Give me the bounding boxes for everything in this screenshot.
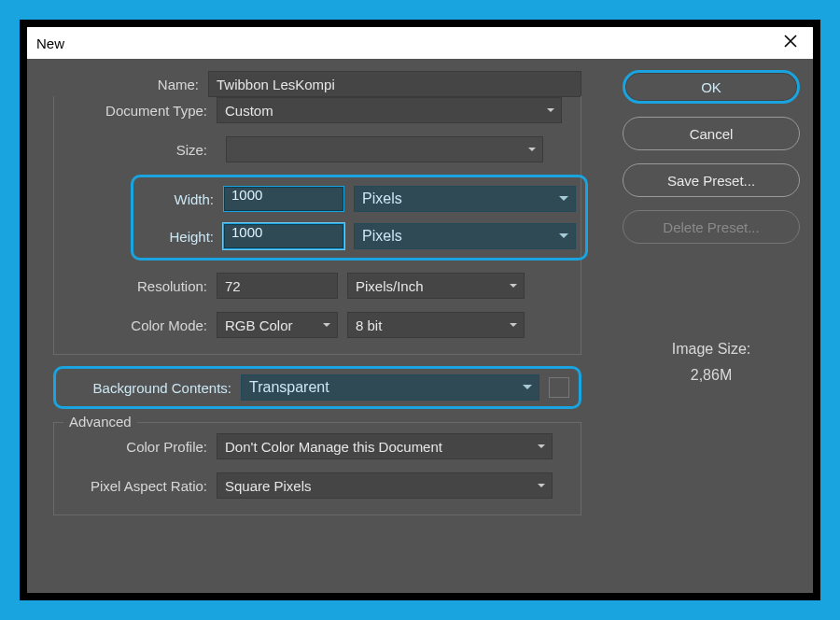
color-depth-select[interactable]: 8 bit: [347, 312, 525, 338]
new-document-dialog: New Name: Twibbon LesKompi Document Type…: [27, 27, 813, 593]
row-size: Size:: [63, 135, 571, 163]
titlebar: New: [27, 27, 813, 59]
color-profile-label: Color Profile:: [63, 439, 217, 455]
image-size-label: Image Size:: [623, 341, 800, 358]
background-contents-value: Transparent: [249, 379, 329, 396]
color-profile-select[interactable]: Don't Color Manage this Document: [217, 433, 553, 459]
pixel-aspect-ratio-select[interactable]: Square Pixels: [217, 472, 553, 499]
close-icon: [783, 34, 798, 49]
row-height: Height: 1000 Pixels: [143, 222, 576, 250]
resolution-unit-select[interactable]: Pixels/Inch: [347, 273, 525, 299]
color-mode-select[interactable]: RGB Color: [217, 312, 338, 338]
ok-button[interactable]: OK: [623, 70, 800, 104]
dialog-body: Name: Twibbon LesKompi Document Type: Cu…: [27, 59, 813, 593]
background-color-swatch[interactable]: [549, 377, 569, 398]
row-width: Width: 1000 Pixels: [143, 185, 576, 213]
dimensions-highlight: Width: 1000 Pixels Height: 1000 Pixels: [131, 175, 588, 261]
color-profile-value: Don't Color Manage this Document: [225, 439, 442, 455]
resolution-label: Resolution:: [63, 278, 217, 294]
height-label: Height:: [143, 229, 214, 245]
close-button[interactable]: [777, 34, 804, 52]
chevron-down-icon: [527, 145, 537, 154]
width-unit-select[interactable]: Pixels: [354, 186, 576, 212]
pixel-aspect-ratio-label: Pixel Aspect Ratio:: [63, 478, 217, 494]
row-pixel-aspect-ratio: Pixel Aspect Ratio: Square Pixels: [63, 472, 571, 500]
height-input[interactable]: 1000: [223, 223, 344, 249]
chevron-down-icon: [546, 106, 555, 115]
side-column: OK Cancel Save Preset... Delete Preset..…: [623, 70, 800, 580]
chevron-down-icon: [522, 379, 533, 396]
settings-group: Document Type: Custom Size:: [53, 96, 581, 355]
size-label: Size:: [63, 142, 217, 158]
width-unit-value: Pixels: [362, 190, 402, 207]
name-input[interactable]: Twibbon LesKompi: [208, 71, 581, 97]
dialog-frame: New Name: Twibbon LesKompi Document Type…: [20, 20, 820, 600]
pixel-aspect-ratio-value: Square Pixels: [225, 478, 312, 494]
resolution-input[interactable]: 72: [217, 273, 338, 299]
main-column: Name: Twibbon LesKompi Document Type: Cu…: [40, 70, 609, 580]
chevron-down-icon: [322, 320, 331, 330]
image-size-value: 2,86M: [623, 367, 800, 384]
background-contents-select[interactable]: Transparent: [241, 374, 539, 401]
name-label: Name:: [40, 77, 208, 92]
chevron-down-icon: [509, 281, 518, 290]
advanced-group: Advanced Color Profile: Don't Color Mana…: [53, 422, 581, 515]
height-unit-value: Pixels: [362, 228, 402, 245]
background-contents-label: Background Contents:: [65, 380, 231, 396]
document-type-select[interactable]: Custom: [217, 97, 562, 123]
advanced-legend: Advanced: [63, 414, 137, 430]
image-size-block: Image Size: 2,86M: [623, 341, 800, 384]
color-mode-label: Color Mode:: [63, 317, 217, 333]
cancel-button[interactable]: Cancel: [623, 117, 800, 150]
document-type-value: Custom: [225, 103, 273, 119]
document-type-label: Document Type:: [63, 103, 217, 119]
row-document-type: Document Type: Custom: [63, 96, 571, 124]
row-color-profile: Color Profile: Don't Color Manage this D…: [63, 432, 571, 460]
height-unit-select[interactable]: Pixels: [354, 223, 576, 249]
row-name: Name: Twibbon LesKompi: [40, 70, 609, 98]
save-preset-button[interactable]: Save Preset...: [623, 163, 800, 197]
chevron-down-icon: [558, 228, 569, 245]
background-contents-highlight: Background Contents: Transparent: [53, 366, 581, 409]
window-title: New: [36, 35, 64, 51]
color-mode-value: RGB Color: [225, 317, 293, 333]
row-color-mode: Color Mode: RGB Color 8 bit: [63, 311, 571, 339]
row-resolution: Resolution: 72 Pixels/Inch: [63, 272, 571, 300]
delete-preset-button: Delete Preset...: [623, 210, 800, 244]
chevron-down-icon: [558, 190, 569, 207]
chevron-down-icon: [509, 320, 518, 330]
chevron-down-icon: [537, 481, 546, 490]
chevron-down-icon: [537, 442, 546, 451]
width-label: Width:: [143, 191, 214, 207]
color-depth-value: 8 bit: [356, 317, 382, 333]
size-select[interactable]: [226, 136, 543, 162]
resolution-unit-value: Pixels/Inch: [356, 278, 424, 294]
width-input[interactable]: 1000: [223, 186, 344, 212]
